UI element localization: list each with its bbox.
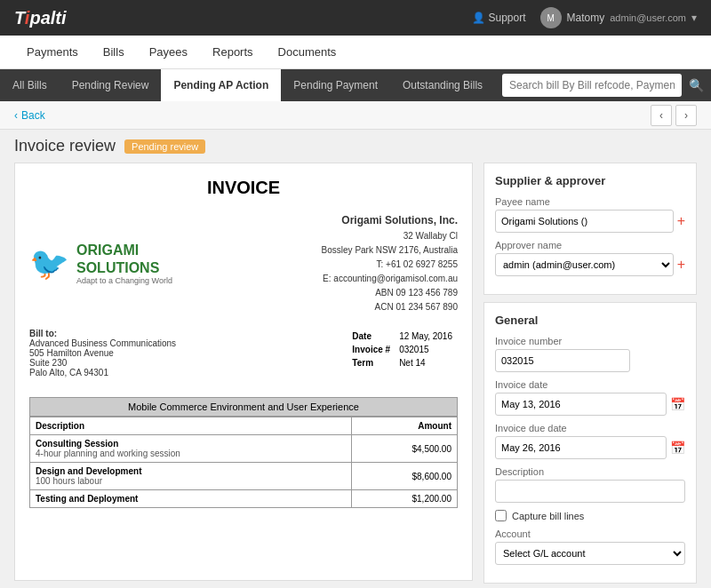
page-title: Invoice review <box>14 137 116 155</box>
invoice-table: Description Amount Consulting Session 4-… <box>29 417 458 508</box>
back-button[interactable]: ‹ Back <box>14 109 45 122</box>
nav-payees[interactable]: Payees <box>137 36 200 69</box>
approver-select[interactable]: admin (admin@user.com) <box>495 253 674 276</box>
table-header-description: Description <box>30 417 352 435</box>
bill-company: Advanced Business Communications <box>29 338 176 348</box>
approver-row: admin (admin@user.com) + <box>495 253 685 276</box>
item-description: 100 hours labour <box>36 476 346 486</box>
header-right: 👤 Support M Matomy admin@user.com ▾ <box>472 7 697 28</box>
invoice-date-label: Invoice date <box>495 379 685 390</box>
nav-bills[interactable]: Bills <box>91 36 137 69</box>
main-layout: INVOICE 🐦 ORIGAMISOLUTIONS Adapt to a Ch… <box>0 163 711 588</box>
term-label: Term <box>348 357 394 369</box>
nav-bar: Payments Bills Payees Reports Documents <box>0 36 711 69</box>
search-input[interactable] <box>502 74 682 97</box>
item-amount-cell: $8,600.00 <box>352 463 458 490</box>
description-input[interactable] <box>495 480 685 503</box>
bird-logo-icon: 🐦 <box>29 245 69 282</box>
company-name: Origami Solutions, Inc. <box>322 212 458 229</box>
chevron-down-icon: ▾ <box>691 12 697 24</box>
next-arrow-button[interactable]: › <box>675 105 697 126</box>
item-name: Design and Development <box>36 466 346 476</box>
back-label: Back <box>21 109 45 122</box>
tab-pending-ap-action[interactable]: Pending AP Action <box>161 69 281 101</box>
bill-address1: 505 Hamilton Avenue <box>29 348 176 358</box>
invoice-due-input[interactable] <box>495 436 667 459</box>
payee-name-row: + <box>495 210 685 233</box>
back-arrow-icon: ‹ <box>14 109 18 122</box>
invoice-no-value: 032015 <box>395 344 456 355</box>
general-section: General Invoice number Invoice date 📅 In… <box>483 302 697 584</box>
term-value: Net 14 <box>395 357 456 369</box>
invoice-due-label: Invoice due date <box>495 423 685 433</box>
nav-payments[interactable]: Payments <box>14 36 91 69</box>
invoice-due-field: Invoice due date 📅 <box>495 423 685 459</box>
support-icon: 👤 <box>472 12 485 24</box>
invoice-date-row: 📅 <box>495 393 685 416</box>
invoice-due-calendar-icon[interactable]: 📅 <box>670 441 685 455</box>
item-amount-cell: $4,500.00 <box>352 435 458 463</box>
nav-documents[interactable]: Documents <box>266 36 349 69</box>
search-box <box>495 69 689 101</box>
invoice-date-field: Invoice date 📅 <box>495 379 685 416</box>
search-icon: 🔍 <box>689 78 704 92</box>
capture-bill-lines-row: Capture bill lines <box>495 510 685 521</box>
account-field: Account Select G/L account <box>495 528 685 565</box>
tab-all-bills[interactable]: All Bills <box>0 69 60 101</box>
payee-name-field: Payee name + <box>495 196 685 233</box>
table-header-amount: Amount <box>352 417 458 435</box>
bill-address2: Suite 230 <box>29 358 176 368</box>
company-email: E: accounting@origamisol.com.au <box>322 272 458 286</box>
origami-company-name: ORIGAMISOLUTIONS Adapt to a Changing Wor… <box>76 242 172 284</box>
bill-city: Palo Alto, CA 94301 <box>29 368 176 377</box>
user-name: Matomy <box>567 12 605 24</box>
company-city: Bossley Park NSW 2176, Australia <box>322 243 458 258</box>
invoice-date-input[interactable] <box>495 393 667 416</box>
approver-field: Approver name admin (admin@user.com) + <box>495 240 685 276</box>
tab-pending-review[interactable]: Pending Review <box>60 69 162 101</box>
table-row: Testing and Deployment $1,200.00 <box>30 490 458 508</box>
content-area: ‹ Back ‹ › Invoice review Pending review… <box>0 101 711 588</box>
item-name: Consulting Session <box>36 439 346 449</box>
description-field: Description <box>495 466 685 503</box>
account-select[interactable]: Select G/L account <box>495 542 685 565</box>
invoice-date-calendar-icon[interactable]: 📅 <box>670 397 685 411</box>
invoice-panel: INVOICE 🐦 ORIGAMISOLUTIONS Adapt to a Ch… <box>14 163 473 581</box>
date-label: Date <box>348 330 394 342</box>
invoice-number-label: Invoice number <box>495 336 685 346</box>
right-panel: Supplier & approver Payee name + Approve… <box>483 163 697 581</box>
nav-reports[interactable]: Reports <box>200 36 266 69</box>
general-section-title: General <box>495 314 685 327</box>
prev-arrow-button[interactable]: ‹ <box>651 105 672 126</box>
company-address: 32 Wallaby Cl <box>322 229 458 243</box>
tab-bar: All Bills Pending Review Pending AP Acti… <box>0 69 711 101</box>
invoice-no-label: Invoice # <box>348 344 394 355</box>
table-row: Design and Development 100 hours labour … <box>30 463 458 490</box>
date-value: 12 May, 2016 <box>395 330 456 342</box>
page-title-bar: Invoice review Pending review <box>0 130 711 163</box>
payee-name-input[interactable] <box>495 210 674 233</box>
invoice-title: INVOICE <box>29 178 458 198</box>
payee-name-label: Payee name <box>495 196 685 207</box>
invoice-number-input[interactable] <box>495 349 630 372</box>
invoice-number-field: Invoice number <box>495 336 685 372</box>
breadcrumb-bar: ‹ Back ‹ › <box>0 101 711 130</box>
nav-arrows: ‹ › <box>651 105 697 126</box>
status-badge: Pending review <box>124 139 205 154</box>
support-button[interactable]: 👤 Support <box>472 12 526 24</box>
approver-add-button[interactable]: + <box>677 258 685 272</box>
user-menu[interactable]: M Matomy admin@user.com ▾ <box>540 7 697 28</box>
payee-add-button[interactable]: + <box>677 214 685 228</box>
item-amount-cell: $1,200.00 <box>352 490 458 508</box>
company-phone: T: +61 02 6927 8255 <box>322 258 458 272</box>
tab-outstanding-bills[interactable]: Outstanding Bills <box>390 69 495 101</box>
description-label: Description <box>495 466 685 477</box>
user-avatar: M <box>540 7 562 28</box>
company-abn: ABN 09 123 456 789 <box>322 286 458 300</box>
item-name: Testing and Deployment <box>36 494 346 504</box>
top-header: Tipalti 👤 Support M Matomy admin@user.co… <box>0 0 711 36</box>
tab-pending-payment[interactable]: Pending Payment <box>281 69 390 101</box>
invoice-header: 🐦 ORIGAMISOLUTIONS Adapt to a Changing W… <box>29 212 458 314</box>
user-email: admin@user.com <box>610 12 686 23</box>
capture-bill-lines-checkbox[interactable] <box>495 510 507 521</box>
